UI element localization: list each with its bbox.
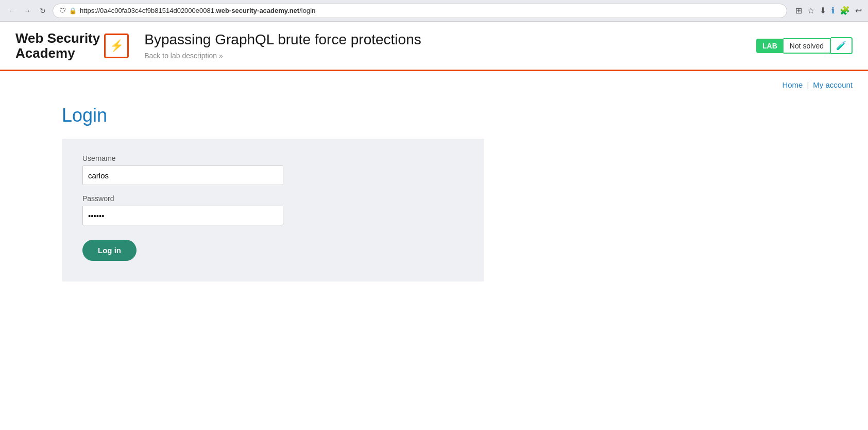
logo-area: Web Security Academy ⚡ (15, 31, 129, 60)
shield-icon: 🛡 (59, 7, 66, 14)
username-label: Username (82, 154, 464, 162)
forward-button[interactable]: → (22, 5, 33, 16)
url-path: /login (299, 7, 315, 14)
logo-icon: ⚡ (104, 34, 129, 58)
page-nav: Home | My account (0, 71, 868, 94)
qr-icon[interactable]: ⊞ (795, 6, 802, 15)
login-area: Login Username Password Log in (0, 94, 868, 312)
lab-status-area: LAB Not solved 🧪 (756, 37, 853, 54)
url-prefix: https://0a4c00fa03c4cf9b81514d02000e0081… (80, 7, 216, 14)
login-form-box: Username Password Log in (62, 139, 484, 282)
extension-icon[interactable]: 🧩 (840, 6, 850, 15)
address-bar[interactable]: 🛡 🔒 https://0a4c00fa03c4cf9b81514d02000e… (53, 4, 787, 18)
my-account-link[interactable]: My account (813, 80, 853, 89)
login-title: Login (62, 105, 806, 126)
info-icon[interactable]: ℹ (831, 6, 835, 15)
history-back-icon[interactable]: ↩ (855, 6, 862, 15)
reload-button[interactable]: ↻ (37, 5, 48, 16)
browser-chrome: ← → ↻ 🛡 🔒 https://0a4c00fa03c4cf9b81514d… (0, 0, 868, 22)
password-label: Password (82, 194, 464, 203)
username-group: Username (82, 154, 464, 185)
back-to-lab-link[interactable]: Back to lab description » (144, 52, 223, 60)
home-link[interactable]: Home (782, 80, 803, 89)
site-header: Web Security Academy ⚡ Bypassing GraphQL… (0, 22, 868, 71)
url-domain: web-security-academy.net (216, 7, 300, 14)
flask-button[interactable]: 🧪 (831, 37, 853, 54)
lab-badge: LAB (756, 39, 784, 53)
lab-title: Bypassing GraphQL brute force protection… (144, 31, 756, 48)
username-input[interactable] (82, 166, 283, 185)
login-button[interactable]: Log in (82, 240, 137, 261)
lab-title-area: Bypassing GraphQL brute force protection… (144, 31, 756, 60)
nav-separator: | (807, 80, 809, 89)
url-text: https://0a4c00fa03c4cf9b81514d02000e0081… (80, 7, 315, 14)
password-group: Password (82, 194, 464, 225)
bookmark-icon[interactable]: ☆ (807, 6, 814, 15)
browser-toolbar: ⊞ ☆ ⬇ ℹ 🧩 ↩ (795, 6, 862, 15)
lock-icon: 🔒 (69, 7, 77, 14)
logo-text: Web Security Academy (15, 31, 100, 60)
download-icon[interactable]: ⬇ (820, 6, 826, 15)
password-input[interactable] (82, 206, 283, 225)
back-button[interactable]: ← (6, 5, 18, 16)
lab-solved-status: Not solved (784, 38, 831, 54)
logo-text-line1: Web Security Academy (15, 31, 100, 60)
